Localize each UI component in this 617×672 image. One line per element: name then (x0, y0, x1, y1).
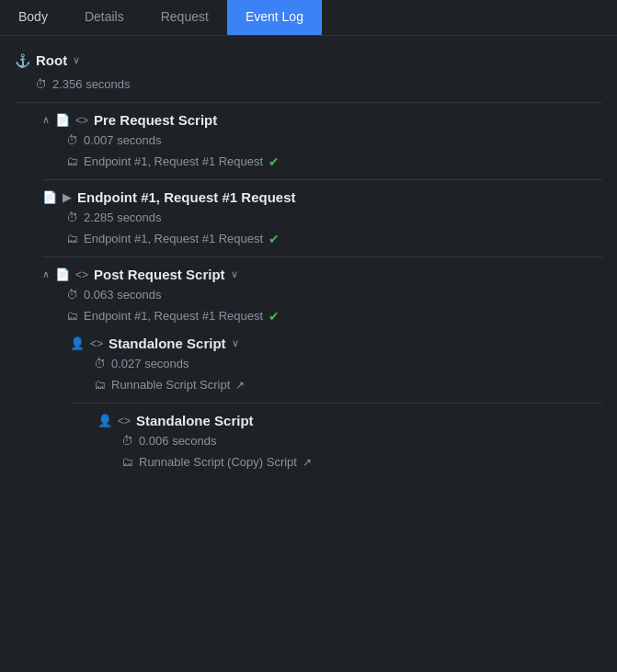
pre-request-script-item: ∧ 📄 <> Pre Request Script ⏱ 0.007 second… (15, 110, 602, 172)
endpoint-doc-icon: 📄 (42, 190, 57, 204)
post-request-script-label: Post Request Script (94, 267, 225, 282)
pre-req-doc-icon: 📄 (55, 113, 70, 127)
pre-req-time: 0.007 seconds (84, 131, 162, 149)
root-label: Root (36, 52, 67, 68)
post-req-time: 0.063 seconds (84, 286, 162, 303)
anchor-icon: ⚓ (15, 53, 30, 68)
post-req-up-icon: ∧ (42, 268, 50, 280)
standalone2-time: 0.006 seconds (139, 432, 217, 450)
post-req-source-icon: 🗂 (66, 309, 78, 323)
endpoint-time: 2.285 seconds (84, 209, 162, 226)
standalone2-clock-icon: ⏱ (121, 434, 133, 448)
standalone1-clock-icon: ⏱ (94, 357, 106, 370)
post-req-code-icon: <> (75, 268, 88, 281)
standalone2-code-icon: <> (118, 415, 131, 427)
standalone-script-2-label: Standalone Script (136, 413, 254, 428)
standalone1-person-icon: 👤 (70, 336, 85, 350)
tab-details[interactable]: Details (66, 0, 143, 35)
standalone-script-1-item: 👤 <> Standalone Script ∨ ⏱ 0.027 seconds… (70, 334, 602, 395)
endpoint-source-icon: 🗂 (66, 232, 78, 245)
post-request-script-item: ∧ 📄 <> Post Request Script ∨ ⏱ 0.063 sec… (15, 265, 602, 473)
standalone1-source: Runnable Script Script (111, 376, 230, 393)
root-time: 2.356 seconds (52, 75, 131, 93)
endpoint-check-icon: ✔ (269, 232, 280, 246)
standalone2-person-icon: 👤 (97, 414, 112, 427)
root-item: ⚓ Root ∨ ⏱ 2.356 seconds (15, 51, 602, 95)
endpoint-request-label: Endpoint #1, Request #1 Request (77, 189, 296, 205)
standalone-script-1-label: Standalone Script (109, 336, 226, 351)
standalone1-code-icon: <> (90, 337, 103, 350)
post-req-check-icon: ✔ (269, 309, 280, 324)
root-clock-icon: ⏱ (35, 77, 47, 91)
pre-req-source-icon: 🗂 (66, 154, 78, 168)
post-req-clock-icon: ⏱ (66, 288, 78, 302)
standalone1-source-icon: 🗂 (94, 378, 106, 392)
pre-request-script-label: Pre Request Script (94, 112, 217, 128)
standalone2-external-icon[interactable]: ↗ (303, 456, 312, 469)
endpoint-source: Endpoint #1, Request #1 Request (84, 230, 263, 247)
tab-bar: Body Details Request Event Log (0, 0, 617, 36)
standalone-script-2-item: 👤 <> Standalone Script ⏱ 0.006 seconds 🗂… (97, 411, 602, 473)
standalone1-external-icon[interactable]: ↗ (235, 379, 245, 392)
root-chevron-icon[interactable]: ∨ (73, 54, 80, 66)
pre-req-up-icon: ∧ (42, 114, 50, 126)
standalone1-chevron-icon[interactable]: ∨ (232, 337, 239, 349)
post-req-doc-icon: 📄 (55, 268, 70, 281)
standalone1-time: 0.027 seconds (111, 355, 189, 372)
pre-req-clock-icon: ⏱ (66, 133, 78, 147)
tab-event-log[interactable]: Event Log (227, 0, 322, 35)
pre-req-code-icon: <> (75, 114, 88, 127)
endpoint-play-icon: ▶ (63, 190, 72, 204)
endpoint-request-item: 📄 ▶ Endpoint #1, Request #1 Request ⏱ 2.… (15, 188, 602, 249)
pre-req-source: Endpoint #1, Request #1 Request (84, 153, 263, 170)
standalone2-source-icon: 🗂 (121, 455, 133, 469)
tab-body[interactable]: Body (0, 0, 66, 35)
event-log-content: ⚓ Root ∨ ⏱ 2.356 seconds ∧ 📄 <> Pre Requ… (0, 36, 617, 491)
post-req-source: Endpoint #1, Request #1 Request (84, 307, 263, 325)
endpoint-clock-icon: ⏱ (66, 211, 78, 224)
tab-request[interactable]: Request (143, 0, 227, 35)
pre-req-check-icon: ✔ (269, 154, 280, 169)
post-req-chevron-icon[interactable]: ∨ (231, 268, 238, 280)
standalone2-source: Runnable Script (Copy) Script (139, 453, 297, 471)
